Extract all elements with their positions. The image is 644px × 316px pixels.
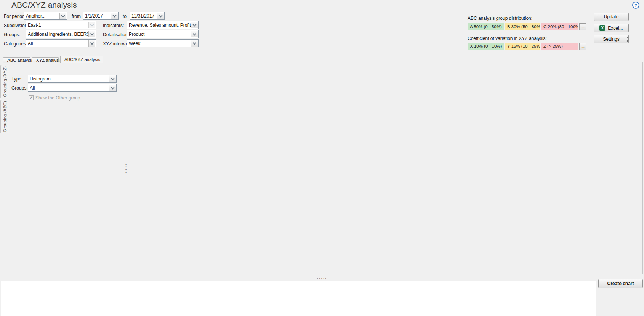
to-label: to <box>123 14 127 19</box>
chevron-down-icon <box>88 31 95 37</box>
xyz-badge-0: X 10% (0 - 10%) <box>468 43 504 50</box>
subdivisions-value: East-1 <box>28 22 88 28</box>
show-other-group-label: Show the Other group <box>35 95 80 101</box>
xyz-badge-1: Y 15% (10 - 25%) <box>505 43 540 50</box>
categories-select[interactable]: All <box>26 39 96 47</box>
xyz-interval-select[interactable]: Week <box>127 39 199 47</box>
from-label: from <box>72 14 81 19</box>
chevron-down-icon <box>191 31 198 37</box>
categories-value: All <box>28 41 88 46</box>
chevron-down-icon <box>191 40 198 47</box>
create-chart-button-label: Create chart <box>607 281 634 286</box>
title-divider <box>3 5 10 5</box>
for-period-label: For period <box>4 14 25 19</box>
abc-badge-2: C 20% (80 - 100%) <box>541 23 578 30</box>
update-button-label: Update <box>604 14 619 19</box>
title-divider <box>75 5 641 5</box>
xyz-variation-label: Coefficient of variation in XYZ analysis… <box>468 36 547 41</box>
chart-output-panel[interactable] <box>1 281 596 316</box>
xyz-interval-value: Week <box>129 41 191 46</box>
chevron-down-icon <box>111 13 118 19</box>
side-tab-grouping-xyz-[interactable]: Grouping (XYZ) <box>0 65 9 98</box>
page-title: ABC/XYZ analysis <box>11 0 77 10</box>
xyz-badge-2: Z (> 25%) <box>541 43 578 50</box>
excel-button-label: Excel... <box>608 26 623 31</box>
indicators-select[interactable]: Revenue, Sales amount, Profit, Sa... <box>127 21 199 29</box>
abc-badge-1: B 30% (50 - 80%) <box>505 23 540 30</box>
abc-distribution-label: ABC analysis group distribution: <box>468 16 532 21</box>
chevron-down-icon <box>191 22 198 28</box>
chart-type-value: Histogram <box>30 76 109 82</box>
chart-type-select[interactable]: Histogram <box>28 75 117 83</box>
categories-label: Categories: <box>4 41 27 47</box>
update-button[interactable]: Update <box>594 13 629 21</box>
show-other-group-checkbox[interactable]: ✔ <box>29 95 34 100</box>
xyz-interval-label: XYZ interval: <box>103 41 129 47</box>
period-select[interactable]: Another... <box>24 12 67 20</box>
side-tab-grouping-abc-[interactable]: Grouping (ABC) <box>0 100 9 133</box>
chart-groups-value: All <box>30 85 109 91</box>
chevron-down-icon <box>88 22 95 28</box>
xyz-more-button[interactable]: ... <box>579 43 586 50</box>
indicators-label: Indicators: <box>103 23 124 28</box>
abc-badge-0: A 50% (0 - 50%) <box>468 23 504 30</box>
chevron-down-icon <box>109 85 116 91</box>
detailisation-label: Detailisation: <box>103 32 129 37</box>
groups-value: Additional ingredients, BEERS, BEV... <box>28 32 88 37</box>
side-tab-label: Grouping (XYZ) <box>3 66 7 97</box>
abcxyz-tab-content <box>9 62 643 274</box>
help-icon[interactable]: ? <box>632 2 639 9</box>
chevron-down-icon <box>109 75 116 82</box>
to-date-select[interactable]: 12/31/2017 <box>130 12 165 20</box>
detailisation-value: Product <box>129 32 191 37</box>
abc-more-button[interactable]: ... <box>579 23 586 30</box>
settings-button[interactable]: Settings <box>594 35 629 43</box>
vertical-splitter-handle[interactable]: •••• <box>125 163 127 174</box>
from-date-value: 1/1/2017 <box>85 13 111 19</box>
to-date-value: 12/31/2017 <box>131 13 157 19</box>
create-chart-button[interactable]: Create chart <box>598 279 643 288</box>
groups-label: Groups: <box>4 32 20 37</box>
from-date-select[interactable]: 1/1/2017 <box>83 12 119 20</box>
chevron-down-icon <box>59 13 66 19</box>
chart-groups-label: Groups: <box>11 85 28 91</box>
period-value: Another... <box>26 13 59 19</box>
detailisation-select[interactable]: Product <box>127 30 199 38</box>
horizontal-splitter-handle[interactable]: ..... <box>0 276 644 280</box>
side-tab-label: Grouping (ABC) <box>3 101 7 132</box>
groups-select[interactable]: Additional ingredients, BEERS, BEV... <box>26 30 96 38</box>
chart-groups-select[interactable]: All <box>28 84 117 92</box>
indicators-value: Revenue, Sales amount, Profit, Sa... <box>129 22 191 28</box>
chart-type-label: Type: <box>11 76 22 82</box>
subdivisions-select[interactable]: East-1 <box>26 21 96 29</box>
excel-icon: X <box>599 25 605 31</box>
excel-button[interactable]: X Excel... <box>594 24 629 32</box>
abcxyz-analysis-window: ABC/XYZ analysis ? For period Another...… <box>0 0 644 316</box>
settings-button-label: Settings <box>603 37 619 42</box>
chevron-down-icon <box>157 13 164 19</box>
chevron-down-icon <box>88 40 95 47</box>
tab-abc-xyz-analysis[interactable]: ABC/XYZ analysis <box>60 56 103 63</box>
